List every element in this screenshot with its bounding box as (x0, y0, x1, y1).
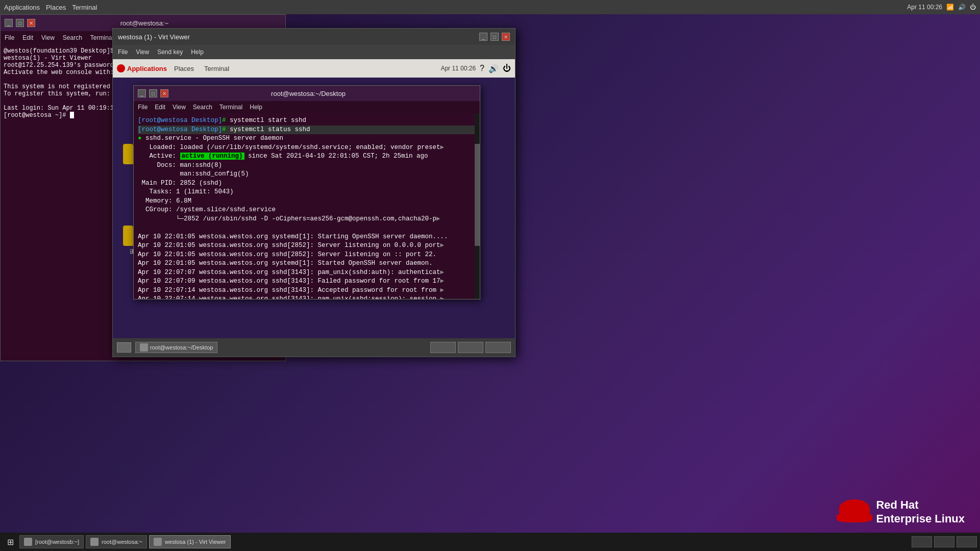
inner-maximize-btn[interactable]: □ (149, 89, 157, 97)
inner-file-menu[interactable]: File (138, 104, 148, 111)
line-log5: Apr 10 22:07:07 westosa.westos.org sshd[… (138, 268, 476, 278)
toolbar-system-icons: ? 🔊 ⏻ (480, 64, 511, 73)
virt-bottombar: root@westosa:~/Desktop (113, 338, 515, 357)
outer-minimize-btn[interactable]: _ (5, 19, 13, 27)
outer-terminal-title: root@westosa:~ (35, 19, 254, 27)
os-task-btn-1[interactable]: [root@westosb:~] (19, 535, 84, 548)
inner-minimize-btn[interactable]: _ (138, 89, 146, 97)
line-blank (138, 223, 476, 233)
toolbar-volume-icon[interactable]: 🔊 (488, 64, 499, 73)
line-cgroup2: └─2852 /usr/sbin/sshd -D -oCiphers=aes25… (138, 215, 476, 224)
redhat-logo: Red Hat Enterprise Linux (839, 498, 965, 525)
line-log2: Apr 10 22:01:05 westosa.westos.org sshd[… (138, 241, 476, 251)
virt-task-item[interactable]: root@westosa:~/Desktop (135, 342, 217, 353)
inner-view-menu[interactable]: View (173, 104, 186, 111)
outer-file-menu[interactable]: File (5, 34, 14, 41)
inner-terminal-titlebar: _ □ ✕ root@westosa:~/Desktop (134, 86, 480, 101)
line-sshd-service: ● sshd.service - OpenSSH server daemon (138, 134, 476, 143)
line-log1: Apr 10 22:01:05 westosa.westos.org syste… (138, 233, 476, 242)
inner-edit-menu[interactable]: Edit (155, 104, 165, 111)
power-icon: ⏻ (970, 4, 976, 11)
virt-right-btn-3[interactable] (485, 342, 511, 353)
outer-search-menu[interactable]: Search (63, 34, 82, 41)
outer-taskbar: Applications Places Terminal Apr 11 00:2… (0, 0, 980, 14)
virt-viewer-title: westosa (1) - Virt Viewer (118, 33, 190, 41)
line-log8: Apr 10 22:07:14 westosa.westos.org sshd[… (138, 295, 476, 299)
desktop: Applications Places Terminal Apr 11 00:2… (0, 0, 980, 551)
redhat-text: Red Hat Enterprise Linux (876, 498, 965, 525)
os-task-icon-3 (154, 538, 162, 546)
line-log4: Apr 10 22:01:05 westosa.westos.org syste… (138, 259, 476, 268)
outer-view-menu[interactable]: View (41, 34, 55, 41)
os-taskbar-left: ⊞ [root@westosb:~] root@westosa:~ westos… (3, 535, 231, 549)
outer-datetime: Apr 11 00:26 (907, 4, 942, 11)
inner-terminal-body[interactable]: [root@westosa Desktop]# systemctl start … (134, 113, 480, 299)
virt-sendkey-menu[interactable]: Send key (157, 48, 183, 56)
virt-task-label: root@westosa:~/Desktop (150, 344, 213, 350)
inner-terminal-window: _ □ ✕ root@westosa:~/Desktop File Edit V… (133, 85, 480, 299)
virt-maximize-btn[interactable]: □ (491, 33, 499, 41)
virt-close-btn[interactable]: ✕ (502, 33, 510, 41)
virt-thumbnail (117, 342, 131, 353)
network-icon: 📶 (946, 4, 954, 11)
virt-minimize-btn[interactable]: _ (479, 33, 487, 41)
hat-brim (837, 515, 872, 522)
toolbar-places[interactable]: Places (171, 64, 197, 73)
line-active: Active: active (running) since Sat 2021-… (138, 152, 476, 161)
os-right-btn-3[interactable] (957, 536, 977, 547)
virt-file-menu[interactable]: File (118, 48, 128, 56)
line-cgroup: CGroup: /system.slice/sshd.service (138, 206, 476, 215)
task-terminal-icon (140, 343, 148, 352)
os-right-btn-1[interactable] (912, 536, 932, 547)
inner-terminal-title: root@westosa:~/Desktop (168, 90, 448, 97)
outer-terminal-menu[interactable]: Terminal (72, 4, 97, 11)
os-task-label-1: [root@westosb:~] (35, 539, 79, 545)
os-task-btn-3[interactable]: westosa (1) - Virt Viewer (149, 535, 230, 548)
outer-places-menu[interactable]: Places (46, 4, 66, 11)
toolbar-apps[interactable]: Applications (117, 64, 167, 72)
virt-viewer-toolbar: Applications Places Terminal Apr 11 00:2… (113, 59, 515, 78)
scrollbar-thumb[interactable] (475, 144, 480, 246)
outer-edit-menu[interactable]: Edit (22, 34, 33, 41)
toolbar-terminal[interactable]: Terminal (201, 64, 232, 73)
virt-viewer-window: westosa (1) - Virt Viewer _ □ ✕ File Vie… (112, 28, 516, 357)
outer-close-btn[interactable]: ✕ (27, 19, 35, 27)
line-log3: Apr 10 22:01:05 westosa.westos.org sshd[… (138, 251, 476, 260)
scrollbar-track[interactable] (475, 113, 480, 299)
toolbar-apps-label[interactable]: Applications (127, 65, 167, 72)
line-docs2: man:sshd_config(5) (138, 170, 476, 179)
virt-view-menu[interactable]: View (136, 48, 149, 56)
os-apps-icon[interactable]: ⊞ (3, 535, 17, 549)
inner-help-menu[interactable]: Help (250, 104, 262, 111)
redhat-hat-icon (839, 499, 870, 525)
virt-help-menu[interactable]: Help (191, 48, 204, 56)
line-tasks: Tasks: 1 (limit: 5043) (138, 188, 476, 197)
os-right-btn-2[interactable] (934, 536, 954, 547)
os-taskbar-right (912, 536, 977, 547)
volume-icon: 🔊 (958, 4, 966, 11)
inner-terminal-menu-item[interactable]: Terminal (219, 104, 242, 111)
outer-apps-menu[interactable]: Applications (4, 4, 40, 11)
os-task-btn-2[interactable]: root@westosa:~ (86, 535, 147, 548)
virt-viewer-menubar: File View Send key Help (113, 45, 515, 59)
inner-search-menu[interactable]: Search (193, 104, 212, 111)
os-task-icon-2 (90, 538, 99, 546)
inner-terminal-menubar: File Edit View Search Terminal Help (134, 101, 480, 113)
virt-right-btn-1[interactable] (430, 342, 456, 353)
outer-maximize-btn[interactable]: □ (16, 19, 24, 27)
outer-terminal-menu-item[interactable]: Terminal (90, 34, 113, 41)
line-log6: Apr 10 22:07:09 westosa.westos.org sshd[… (138, 277, 476, 286)
line-cmd2: [root@westosa Desktop]# systemctl status… (138, 126, 476, 135)
line-loaded: Loaded: loaded (/usr/lib/systemd/system/… (138, 143, 476, 153)
toolbar-datetime: Apr 11 00:26 (440, 65, 476, 72)
line-log7: Apr 10 22:07:14 westosa.westos.org sshd[… (138, 286, 476, 295)
inner-close-btn[interactable]: ✕ (160, 89, 168, 97)
toolbar-help-icon[interactable]: ? (480, 64, 484, 73)
toolbar-power-icon[interactable]: ⏻ (503, 64, 511, 73)
line-cmd1: [root@westosa Desktop]# systemctl start … (138, 116, 476, 126)
virt-right-btn-2[interactable] (458, 342, 483, 353)
os-task-label-3: westosa (1) - Virt Viewer (165, 539, 226, 545)
line-mainpid: Main PID: 2852 (sshd) (138, 179, 476, 188)
os-task-icon-1 (24, 538, 32, 546)
virt-desktop-content: 课件 _ □ ✕ root@westosa:~/Desktop File Edi… (113, 78, 515, 338)
